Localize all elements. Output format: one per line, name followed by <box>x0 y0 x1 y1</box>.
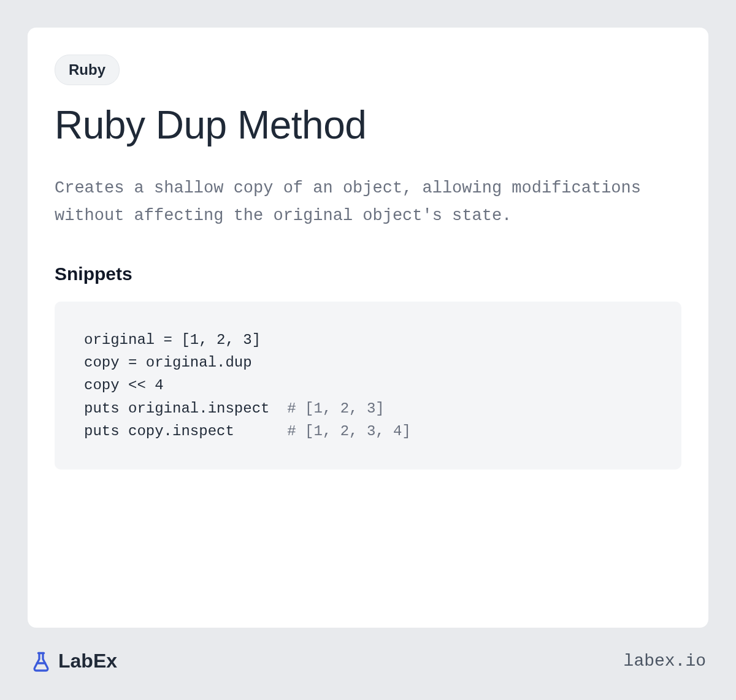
code-line: copy = original.dup <box>84 354 252 371</box>
code-line: original = [1, 2, 3] <box>84 332 261 348</box>
footer-brand-text: LabEx <box>58 650 117 672</box>
footer-url: labex.io <box>624 652 706 671</box>
code-line: puts original.inspect <box>84 400 287 417</box>
code-comment: # [1, 2, 3, 4] <box>287 423 411 439</box>
page-title: Ruby Dup Method <box>55 102 681 148</box>
code-line: puts copy.inspect <box>84 423 287 439</box>
language-badge: Ruby <box>55 55 120 85</box>
footer-brand: LabEx <box>30 650 117 672</box>
code-line: copy << 4 <box>84 377 164 394</box>
content-card: Ruby Ruby Dup Method Creates a shallow c… <box>28 28 708 628</box>
footer: LabEx labex.io <box>28 650 708 672</box>
description-text: Creates a shallow copy of an object, all… <box>55 175 681 229</box>
snippets-heading: Snippets <box>55 264 681 284</box>
code-comment: # [1, 2, 3] <box>287 400 384 417</box>
code-block: original = [1, 2, 3] copy = original.dup… <box>55 302 681 470</box>
flask-icon <box>30 650 52 672</box>
